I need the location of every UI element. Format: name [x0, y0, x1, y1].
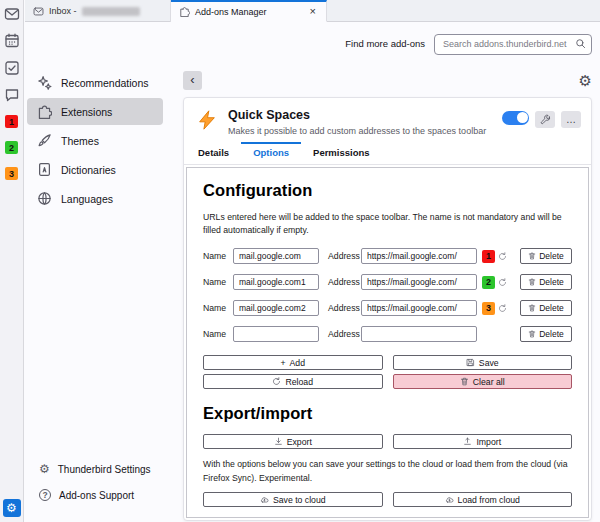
trash-icon — [528, 252, 536, 260]
delete-label: Delete — [539, 329, 564, 339]
address-label: Address — [328, 329, 361, 339]
tasks-space-button[interactable] — [4, 60, 20, 76]
addons-support-link[interactable]: ? Add-ons Support — [27, 482, 163, 508]
name-input[interactable] — [233, 326, 319, 342]
addon-detail-card: Quick Spaces Makes it possible to add cu… — [183, 97, 592, 522]
refresh-favicon-icon[interactable] — [498, 304, 507, 313]
delete-button[interactable]: Delete — [520, 248, 572, 264]
trash-icon — [460, 377, 469, 386]
spaces-settings-button[interactable]: ⚙ — [3, 499, 21, 517]
clear-all-button[interactable]: Clear all — [393, 374, 573, 389]
gear-icon: ⚙ — [39, 463, 50, 475]
config-buttons: + Add Save Reload Clear all — [203, 355, 572, 389]
sidebar-item-recommendations[interactable]: Recommendations — [27, 69, 163, 96]
chat-space-button[interactable] — [4, 87, 20, 103]
address-input[interactable] — [361, 274, 477, 290]
tab-options[interactable]: Options — [241, 142, 301, 164]
book-icon — [37, 162, 52, 177]
trash-icon — [528, 304, 536, 312]
save-label: Save — [479, 358, 499, 368]
tab-permissions[interactable]: Permissions — [301, 142, 382, 164]
address-input[interactable] — [361, 326, 477, 342]
sidebar-item-extensions[interactable]: Extensions — [27, 98, 163, 125]
upload-icon — [463, 437, 472, 446]
main-panel: Find more add-ons ‹ ⚙ Quick Spaces Makes… — [165, 22, 600, 522]
name-label: Name — [203, 303, 233, 313]
refresh-favicon-icon[interactable] — [498, 252, 507, 261]
sidebar-item-label: Recommendations — [61, 77, 149, 89]
import-button[interactable]: Import — [393, 434, 573, 449]
sidebar-item-themes[interactable]: Themes — [27, 127, 163, 154]
enable-toggle[interactable] — [502, 111, 529, 125]
export-button[interactable]: Export — [203, 434, 383, 449]
address-label: Address — [328, 303, 361, 313]
mail-space-button[interactable] — [4, 6, 20, 22]
toggle-knob — [517, 112, 528, 123]
trash-icon — [528, 278, 536, 286]
tab-close-icon[interactable]: × — [308, 5, 318, 18]
tab-addons-manager[interactable]: Add-ons Manager × — [171, 0, 327, 22]
tab-inbox[interactable]: Inbox - — [25, 0, 171, 22]
sidebar-item-dictionaries[interactable]: Dictionaries — [27, 156, 163, 183]
import-label: Import — [476, 437, 501, 447]
configuration-description: URLs entered here will be added to the s… — [203, 211, 572, 238]
address-input[interactable] — [361, 248, 477, 264]
trash-icon — [528, 330, 536, 338]
preferences-wrench-button[interactable] — [535, 111, 555, 128]
space-row: Name Address 3 Delete — [203, 300, 572, 316]
sidebar-item-languages[interactable]: Languages — [27, 185, 163, 212]
name-input[interactable] — [233, 274, 319, 290]
refresh-favicon-icon[interactable] — [498, 278, 507, 287]
sidebar-spacer — [27, 213, 163, 456]
addon-controls: … — [502, 111, 581, 136]
calendar-space-button[interactable] — [4, 33, 20, 49]
options-page: Configuration URLs entered here will be … — [186, 167, 589, 519]
detail-nav-row: ‹ ⚙ — [183, 71, 592, 90]
address-input[interactable] — [361, 300, 477, 316]
brush-icon — [37, 133, 52, 148]
tab-addons-label: Add-ons Manager — [195, 7, 267, 17]
puzzle-icon — [37, 104, 52, 119]
delete-button[interactable]: Delete — [520, 326, 572, 342]
clear-all-label: Clear all — [473, 377, 505, 387]
favicon-badge-1: 1 — [482, 250, 495, 263]
delete-button[interactable]: Delete — [520, 274, 572, 290]
search-box — [434, 33, 592, 55]
load-from-cloud-button[interactable]: Load from cloud — [393, 492, 573, 507]
cloud-download-icon — [445, 495, 454, 504]
load-from-cloud-label: Load from cloud — [458, 495, 520, 505]
delete-label: Delete — [539, 277, 564, 287]
configuration-heading: Configuration — [203, 181, 572, 200]
sidebar-item-label: Languages — [61, 193, 113, 205]
more-options-button[interactable]: … — [561, 111, 581, 128]
sparkle-icon — [37, 75, 52, 90]
thunderbird-settings-link[interactable]: ⚙ Thunderbird Settings — [27, 456, 163, 482]
name-label: Name — [203, 277, 233, 287]
plus-icon: + — [280, 358, 285, 368]
page-options-gear-icon[interactable]: ⚙ — [579, 73, 592, 88]
name-input[interactable] — [233, 300, 319, 316]
name-input[interactable] — [233, 248, 319, 264]
sidebar-item-label: Themes — [61, 135, 99, 147]
sidebar-item-label: Dictionaries — [61, 164, 116, 176]
delete-label: Delete — [539, 251, 564, 261]
address-label: Address — [328, 251, 361, 261]
reload-button[interactable]: Reload — [203, 374, 383, 389]
tab-details[interactable]: Details — [186, 142, 241, 164]
addons-search-input[interactable] — [434, 34, 592, 55]
save-to-cloud-label: Save to cloud — [273, 495, 326, 505]
favicon-badge-2: 2 — [482, 276, 495, 289]
custom-space-3[interactable]: 3 — [5, 167, 18, 180]
cloud-buttons: Save to cloud Load from cloud — [203, 492, 572, 507]
addon-description: Makes it possible to add custom addresse… — [228, 126, 492, 136]
delete-button[interactable]: Delete — [520, 300, 572, 316]
space-row-empty: Name Address Delete — [203, 326, 572, 342]
search-row: Find more add-ons — [183, 33, 592, 55]
back-button[interactable]: ‹ — [183, 71, 202, 90]
add-button[interactable]: + Add — [203, 355, 383, 370]
custom-space-2[interactable]: 2 — [5, 141, 18, 154]
save-button[interactable]: Save — [393, 355, 573, 370]
save-to-cloud-button[interactable]: Save to cloud — [203, 492, 383, 507]
custom-space-1[interactable]: 1 — [5, 115, 18, 128]
sidebar-item-label: Extensions — [61, 106, 112, 118]
